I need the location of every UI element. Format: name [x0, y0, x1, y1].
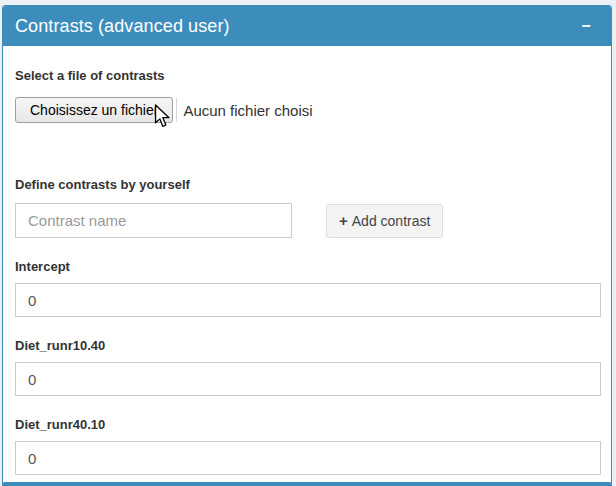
contrasts-panel: Contrasts (advanced user) − Select a fil… [2, 5, 612, 486]
plus-icon: + [339, 212, 348, 229]
diet-runr40-10-input[interactable] [15, 441, 601, 475]
panel-body: Select a file of contrasts Choisissez un… [3, 46, 611, 486]
define-row: + Add contrast [15, 203, 599, 238]
minus-icon: − [581, 17, 590, 34]
intercept-label: Intercept [15, 259, 599, 275]
collapse-button[interactable]: − [571, 11, 601, 41]
contrast-name-input[interactable] [15, 203, 292, 238]
file-section-label: Select a file of contrasts [15, 68, 599, 84]
contrast-field-diet-runr40-10: Diet_runr40.10 [15, 417, 599, 475]
file-status-text: Aucun fichier choisi [183, 102, 312, 119]
diet-runr10-40-label: Diet_runr10.40 [15, 338, 599, 354]
contrast-field-intercept: Intercept [15, 259, 599, 317]
add-contrast-button[interactable]: + Add contrast [326, 204, 443, 238]
panel-title: Contrasts (advanced user) [15, 16, 230, 37]
file-input-separator [176, 98, 177, 122]
choose-file-button[interactable]: Choisissez un fichier [15, 97, 173, 123]
contrast-field-diet-runr10-40: Diet_runr10.40 [15, 338, 599, 396]
next-panel-header-partial [2, 482, 612, 486]
diet-runr40-10-label: Diet_runr40.10 [15, 417, 599, 433]
intercept-input[interactable] [15, 283, 601, 317]
file-input: Choisissez un fichier Aucun fichier choi… [15, 97, 599, 123]
add-contrast-label: Add contrast [352, 213, 431, 229]
diet-runr10-40-input[interactable] [15, 362, 601, 396]
panel-header: Contrasts (advanced user) − [3, 6, 611, 46]
define-section-label: Define contrasts by yourself [15, 177, 599, 193]
